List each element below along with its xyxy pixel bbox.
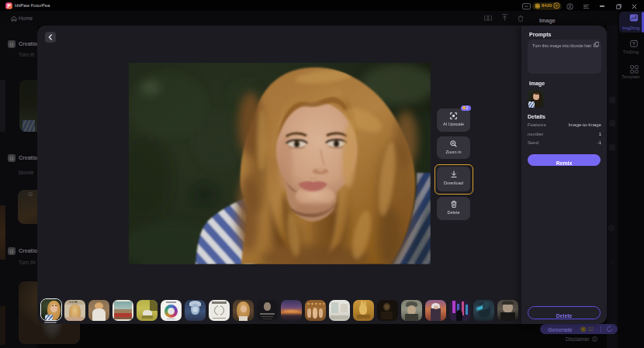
svg-text:P: P [7,3,11,9]
svg-text:G: G [9,155,14,160]
svg-text:G: G [9,248,14,253]
svg-text:G: G [9,41,14,47]
